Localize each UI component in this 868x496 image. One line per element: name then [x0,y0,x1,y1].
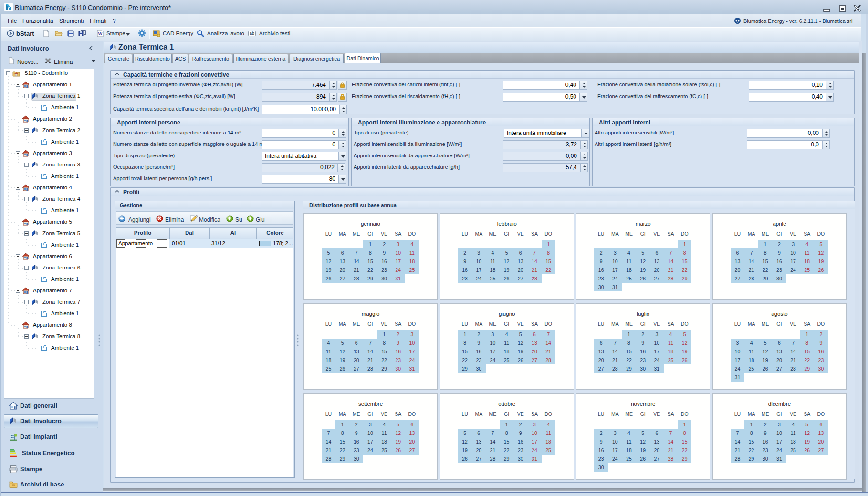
svg-text:ab: ab [250,31,254,36]
